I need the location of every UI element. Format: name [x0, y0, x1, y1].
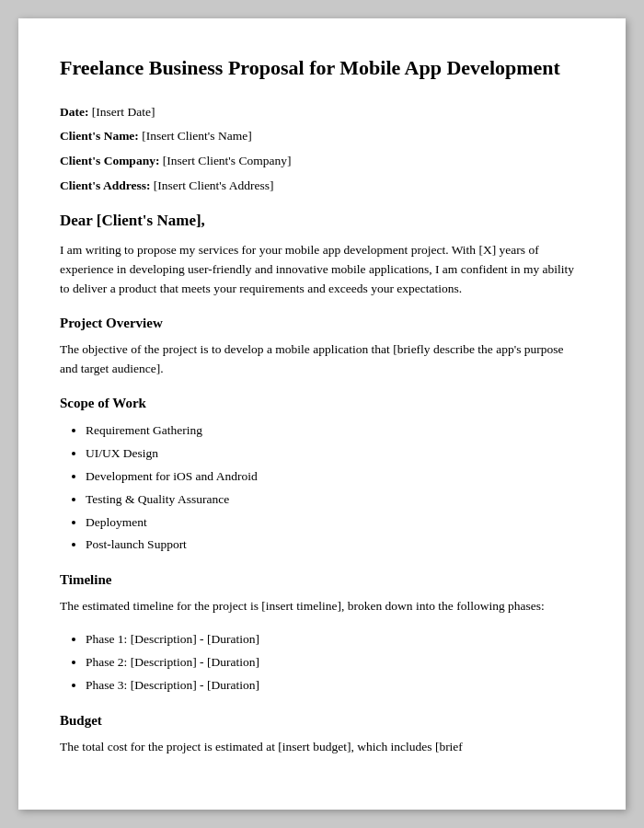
budget-heading: Budget: [60, 713, 584, 729]
document-title: Freelance Business Proposal for Mobile A…: [60, 55, 584, 82]
date-label: Date:: [60, 105, 88, 119]
timeline-heading: Timeline: [60, 572, 584, 588]
list-item: Phase 3: [Description] - [Duration]: [86, 675, 584, 696]
client-address-line: Client's Address: [Insert Client's Addre…: [60, 178, 584, 195]
list-item: Deployment: [86, 512, 584, 534]
budget-content: The total cost for the project is estima…: [60, 738, 584, 757]
timeline-phases-list: Phase 1: [Description] - [Duration] Phas…: [60, 629, 584, 696]
timeline-intro: The estimated timeline for the project i…: [60, 597, 584, 616]
list-item: Phase 2: [Description] - [Duration]: [86, 652, 584, 673]
client-name-line: Client's Name: [Insert Client's Name]: [60, 128, 584, 145]
date-line: Date: [Insert Date]: [60, 104, 584, 121]
project-overview-content: The objective of the project is to devel…: [60, 340, 584, 379]
scope-of-work-heading: Scope of Work: [60, 396, 584, 411]
document-container: Freelance Business Proposal for Mobile A…: [18, 18, 626, 810]
intro-paragraph: I am writing to propose my services for …: [60, 241, 584, 299]
client-company-value: [Insert Client's Company]: [163, 154, 292, 167]
client-name-label: Client's Name:: [60, 129, 139, 143]
client-company-label: Client's Company:: [60, 154, 159, 167]
list-item: Phase 1: [Description] - [Duration]: [86, 629, 584, 650]
client-name-value: [Insert Client's Name]: [142, 129, 251, 143]
project-overview-heading: Project Overview: [60, 316, 584, 331]
list-item: Requirement Gathering: [86, 420, 584, 442]
client-company-line: Client's Company: [Insert Client's Compa…: [60, 153, 584, 170]
list-item: Development for iOS and Android: [86, 466, 584, 488]
client-address-label: Client's Address:: [60, 178, 150, 192]
list-item: Post-launch Support: [86, 535, 584, 556]
scope-list: Requirement Gathering UI/UX Design Devel…: [60, 420, 584, 557]
list-item: Testing & Quality Assurance: [86, 489, 584, 511]
greeting: Dear [Client's Name],: [60, 212, 584, 230]
list-item: UI/UX Design: [86, 443, 584, 465]
date-value: [Insert Date]: [92, 105, 155, 119]
client-address-value: [Insert Client's Address]: [154, 178, 274, 192]
